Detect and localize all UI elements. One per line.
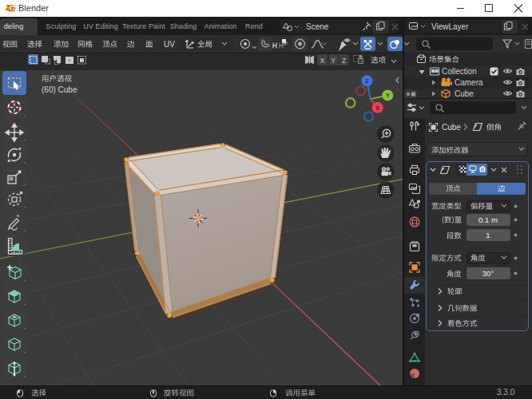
svg-text:Z: Z [365, 77, 369, 85]
svg-text:X: X [375, 105, 380, 112]
svg-text:Y: Y [386, 92, 391, 99]
